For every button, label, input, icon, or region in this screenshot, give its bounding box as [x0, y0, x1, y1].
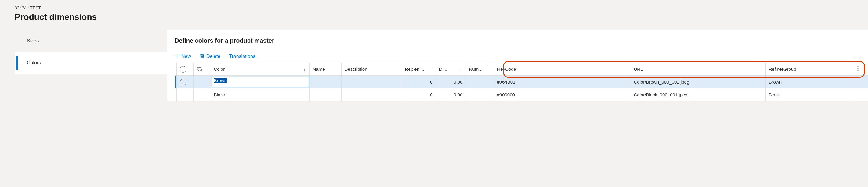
column-header-refiner[interactable]: RefinerGroup — [766, 63, 854, 76]
column-header-color[interactable]: Color ↑ — [211, 63, 309, 76]
cell-description[interactable] — [341, 89, 402, 101]
cell-num[interactable] — [466, 89, 494, 101]
cell-num[interactable] — [466, 76, 494, 89]
cell-refiner[interactable]: Brown — [766, 76, 854, 89]
cell-name[interactable] — [309, 89, 341, 101]
column-header-name[interactable]: Name — [309, 63, 341, 76]
column-header-description[interactable]: Description — [341, 63, 402, 76]
cell-description[interactable] — [341, 76, 402, 89]
cell-replenish[interactable]: 0 — [402, 89, 436, 101]
sidebar-item-label: Colors — [27, 60, 41, 66]
plus-icon — [175, 53, 180, 60]
svg-point-7 — [857, 66, 858, 67]
table-row[interactable]: Brown 0 0.00 #964B01 Color/Brown_000_001… — [175, 76, 868, 89]
cell-refiner[interactable]: Black — [766, 89, 854, 101]
cell-color[interactable]: Black — [211, 89, 309, 101]
translations-label: Translations — [229, 54, 255, 59]
column-header-replenish[interactable]: Repleni... — [402, 63, 436, 76]
svg-point-8 — [857, 68, 858, 69]
circle-icon — [180, 66, 186, 72]
sort-asc-icon: ↑ — [460, 66, 462, 72]
table-row[interactable]: Black 0 0.00 #000000 Color/Black_000_001… — [175, 89, 868, 101]
column-more[interactable] — [854, 63, 868, 76]
more-vertical-icon — [857, 67, 859, 72]
grid: Color ↑ Name Description Repleni... Di..… — [175, 63, 868, 101]
column-header-num[interactable]: Num... — [466, 63, 494, 76]
color-input[interactable]: Brown — [212, 77, 309, 87]
breadcrumb: 33434 : TEST — [14, 5, 854, 10]
column-header-di[interactable]: Di... ↑ — [436, 63, 466, 76]
header-label: Di... — [439, 66, 447, 72]
sidebar: Sizes Colors — [14, 30, 167, 101]
cell-url[interactable]: Color/Brown_000_001.jpeg — [630, 76, 766, 89]
circle-icon — [180, 79, 186, 86]
column-header-hexcode[interactable]: HexCode — [494, 63, 630, 76]
main-panel: Define colors for a product master New D… — [167, 30, 868, 101]
delete-label: Delete — [206, 54, 220, 59]
new-button[interactable]: New — [175, 53, 191, 60]
column-select-all[interactable] — [177, 63, 193, 76]
column-header-url[interactable]: URL — [630, 63, 766, 76]
cell-di[interactable]: 0.00 — [436, 76, 466, 89]
cell-url[interactable]: Color/Black_000_001.jpeg — [630, 89, 766, 101]
cell-color[interactable]: Brown — [211, 76, 309, 89]
toolbar: New Delete Translations — [175, 53, 868, 60]
translations-button[interactable]: Translations — [229, 54, 255, 59]
row-select[interactable] — [177, 89, 193, 101]
cell-replenish[interactable]: 0 — [402, 76, 436, 89]
sidebar-item-label: Sizes — [27, 38, 39, 43]
cell-hexcode[interactable]: #000000 — [494, 89, 630, 101]
svg-rect-2 — [201, 55, 204, 58]
delete-button[interactable]: Delete — [199, 53, 220, 60]
section-title: Define colors for a product master — [175, 37, 868, 44]
cell-di[interactable]: 0.00 — [436, 89, 466, 101]
cell-name[interactable] — [309, 76, 341, 89]
page-title: Product dimensions — [14, 12, 854, 22]
header-label: Color — [214, 66, 225, 72]
row-select[interactable] — [177, 76, 193, 89]
trash-icon — [199, 53, 205, 60]
new-label: New — [181, 54, 191, 59]
sidebar-item-sizes[interactable]: Sizes — [14, 30, 167, 52]
column-refresh[interactable] — [193, 63, 211, 76]
refresh-icon — [197, 66, 203, 71]
svg-point-9 — [857, 70, 858, 71]
sidebar-item-colors[interactable]: Colors — [14, 52, 167, 74]
sort-asc-icon: ↑ — [303, 66, 306, 72]
cell-hexcode[interactable]: #964B01 — [494, 76, 630, 89]
